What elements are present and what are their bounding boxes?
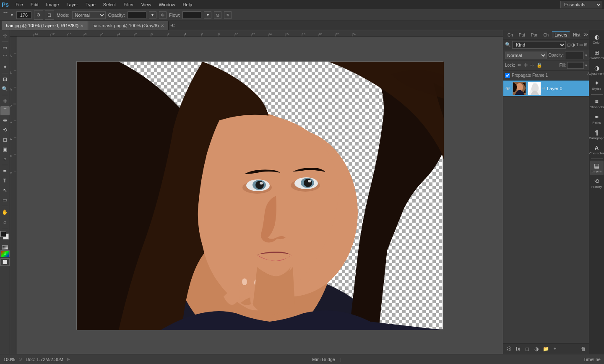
shape-tool[interactable]: ▭ [0, 195, 10, 205]
menu-type[interactable]: Type [82, 1, 99, 8]
pen-pressure-btn[interactable]: ⟲ [224, 11, 232, 19]
lock-pixels-icon[interactable]: ✏ [518, 62, 521, 68]
screen-mode-btn[interactable]: ⬜ [0, 258, 10, 266]
type-filter-icon[interactable]: T [576, 42, 578, 47]
airbrush-btn[interactable]: ⊕ [159, 11, 167, 19]
layers-blend-mode[interactable]: Normal [505, 52, 547, 59]
expand-panels-btn[interactable]: ≫ [583, 32, 588, 37]
brush-options-btn[interactable]: ⊙ [34, 10, 43, 20]
marquee-tool[interactable]: ▭ [0, 43, 10, 52]
crop-tool[interactable]: ⊡ [0, 75, 10, 84]
new-layer-btn[interactable]: + [551, 345, 559, 353]
opacity-arrow[interactable]: ▾ [585, 53, 587, 57]
opacity-dropdown-btn[interactable]: ▾ [149, 11, 156, 19]
flow-input[interactable]: 100% [182, 11, 201, 19]
far-right-color[interactable]: ◐ Color [590, 32, 604, 47]
menu-view[interactable]: View [138, 1, 155, 8]
pressure-btn[interactable]: ◎ [214, 11, 221, 19]
magic-wand-tool[interactable]: ✦ [0, 62, 10, 72]
fill-arrow[interactable]: ▾ [585, 63, 587, 68]
link-layers-btn[interactable]: ⛓ [505, 345, 513, 353]
panel-tab-layers[interactable]: Layers [552, 31, 570, 38]
timeline-label[interactable]: Timeline [583, 357, 601, 362]
layers-filter-kind[interactable]: Kind [512, 41, 566, 49]
mini-bridge-label[interactable]: Mini Bridge [312, 357, 335, 362]
far-right-character[interactable]: A Character [590, 143, 604, 157]
heal-tool[interactable]: ✛ [0, 96, 10, 106]
gradient-tool[interactable]: ▣ [0, 145, 10, 154]
shape-filter-icon[interactable]: ▭ [579, 42, 583, 47]
far-right-styles[interactable]: ✦ Styles [590, 78, 604, 93]
ruler-left: -6 -4 -2 0 2 4 6 8 [10, 37, 17, 354]
far-right-layers[interactable]: ▤ Layers [590, 161, 604, 175]
statusbar-arrow[interactable]: ▶ [67, 356, 70, 362]
quick-mask-btn[interactable]: ◎ [0, 250, 10, 257]
text-tool[interactable]: T [0, 176, 10, 185]
move-tool[interactable]: ⊹ [0, 31, 10, 40]
panel-tab-pat[interactable]: Pat [516, 31, 528, 38]
pixel-filter-icon[interactable]: ◻ [567, 42, 570, 47]
adjustment-layer-btn[interactable]: ◑ [533, 345, 540, 353]
opacity-input[interactable]: 100% [128, 11, 146, 19]
fill-input[interactable]: 100% [567, 62, 584, 69]
default-colors-btn[interactable] [2, 245, 8, 250]
menu-layer[interactable]: Layer [63, 1, 81, 8]
add-mask-btn[interactable]: ◻ [523, 345, 531, 353]
tab-hair-jpg[interactable]: hair.jpg @ 100% (Layer 0, RGB/8#) ✕ [2, 21, 88, 30]
flow-dropdown-btn[interactable]: ▾ [204, 11, 211, 19]
panel-tab-par[interactable]: Par [528, 31, 540, 38]
color-swatches[interactable] [0, 231, 10, 243]
path-select-tool[interactable]: ↖ [0, 186, 10, 195]
menu-edit[interactable]: Edit [27, 1, 42, 8]
brush-tool[interactable]: ⌒ [0, 106, 10, 115]
collapse-tabs-btn[interactable]: ≪ [170, 23, 174, 28]
tab-hair-mask[interactable]: hair-mask.png @ 100% (Gray/8) ✕ [88, 21, 169, 30]
foreground-color-swatch[interactable] [0, 231, 6, 237]
adjustment-filter-icon[interactable]: ◑ [571, 42, 575, 47]
menu-filter[interactable]: Filter [120, 1, 137, 8]
smart-filter-icon[interactable]: ⊞ [584, 42, 587, 47]
tab-hair-jpg-close[interactable]: ✕ [80, 23, 83, 28]
panel-tab-ch[interactable]: Ch [505, 31, 515, 38]
lock-artboard-icon[interactable]: ⊹ [530, 62, 534, 68]
far-right-swatches[interactable]: ⊞ Swatches [590, 47, 604, 62]
mode-select[interactable]: Normal [72, 11, 106, 19]
delete-layer-btn[interactable]: 🗑 [580, 345, 587, 353]
menu-image[interactable]: Image [43, 1, 62, 8]
lock-move-icon[interactable]: ✛ [524, 62, 528, 68]
far-right-paragraph[interactable]: ¶ Paragraph [590, 127, 604, 142]
far-right-channels[interactable]: ≡ Channels [590, 96, 604, 111]
statusbar-icon[interactable]: ⊙ [18, 356, 22, 362]
layer-effects-btn[interactable]: fx [514, 345, 522, 353]
lock-all-icon[interactable]: 🔒 [536, 62, 542, 68]
brush-size-input[interactable] [16, 11, 31, 19]
menu-file[interactable]: File [12, 1, 26, 8]
propagate-checkbox[interactable] [505, 73, 510, 78]
eraser-tool[interactable]: ◻ [0, 135, 10, 144]
brush-type-btn[interactable]: ◻ [45, 10, 54, 20]
layer-visibility-icon[interactable]: 👁 [505, 86, 511, 91]
opacity-value-input[interactable]: 100% [565, 52, 584, 59]
menu-help[interactable]: Help [180, 1, 196, 8]
menu-select[interactable]: Select [100, 1, 120, 8]
canvas-container[interactable] [17, 37, 503, 354]
workspace-selector[interactable]: Essentials [560, 1, 602, 8]
panel-tab-ch2[interactable]: Ch [541, 31, 551, 38]
tab-hair-mask-close[interactable]: ✕ [161, 23, 164, 28]
hand-tool[interactable]: ✋ [0, 208, 10, 217]
pen-tool[interactable]: ✒ [0, 166, 10, 176]
dodge-tool[interactable]: ○ [0, 154, 10, 164]
menu-window[interactable]: Window [155, 1, 178, 8]
far-right-paths[interactable]: ✒ Paths [590, 112, 604, 127]
new-group-btn[interactable]: 📁 [542, 345, 549, 353]
stamp-tool[interactable]: ⊕ [0, 116, 10, 125]
color-label: Color [593, 41, 601, 45]
zoom-tool[interactable]: ⌕ [0, 217, 10, 226]
eyedropper-tool[interactable]: 🔍 [0, 84, 10, 94]
far-right-history[interactable]: ⟲ History [590, 176, 604, 191]
panel-tab-hist[interactable]: Hist [570, 31, 583, 38]
far-right-adjustments[interactable]: ◑ Adjustments [590, 63, 604, 78]
history-brush-tool[interactable]: ⟲ [0, 125, 10, 135]
layer-row-0[interactable]: 👁 [503, 81, 589, 96]
lasso-tool[interactable]: ⌒ [0, 53, 10, 62]
